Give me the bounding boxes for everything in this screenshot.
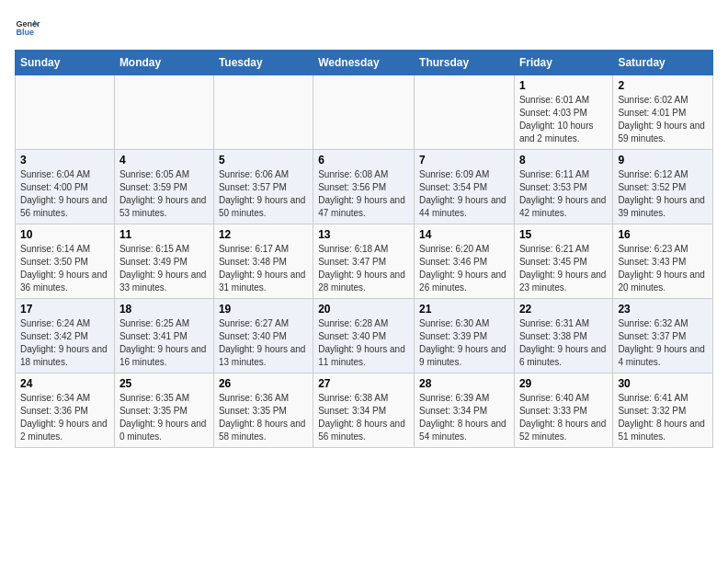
day-cell: 29Sunrise: 6:40 AM Sunset: 3:33 PM Dayli… [514, 373, 612, 448]
calendar-header: SundayMondayTuesdayWednesdayThursdayFrid… [16, 51, 713, 75]
day-info: Sunrise: 6:36 AM Sunset: 3:35 PM Dayligh… [219, 392, 308, 443]
day-number: 12 [219, 228, 308, 241]
day-cell: 13Sunrise: 6:18 AM Sunset: 3:47 PM Dayli… [313, 224, 415, 299]
day-cell: 30Sunrise: 6:41 AM Sunset: 3:32 PM Dayli… [613, 373, 713, 448]
calendar-body: 1Sunrise: 6:01 AM Sunset: 4:03 PM Daylig… [16, 75, 713, 448]
day-info: Sunrise: 6:15 AM Sunset: 3:49 PM Dayligh… [119, 243, 209, 294]
day-cell [114, 75, 213, 150]
day-info: Sunrise: 6:38 AM Sunset: 3:34 PM Dayligh… [318, 392, 409, 443]
day-number: 8 [519, 154, 608, 167]
day-cell: 18Sunrise: 6:25 AM Sunset: 3:41 PM Dayli… [114, 299, 213, 373]
day-info: Sunrise: 6:35 AM Sunset: 3:35 PM Dayligh… [119, 392, 209, 443]
day-info: Sunrise: 6:18 AM Sunset: 3:47 PM Dayligh… [318, 243, 409, 294]
day-number: 19 [219, 303, 308, 316]
day-info: Sunrise: 6:30 AM Sunset: 3:39 PM Dayligh… [419, 317, 509, 369]
day-number: 9 [618, 154, 708, 167]
day-number: 30 [618, 377, 708, 390]
day-number: 4 [119, 154, 209, 167]
day-cell: 28Sunrise: 6:39 AM Sunset: 3:34 PM Dayli… [415, 373, 515, 448]
day-cell: 1Sunrise: 6:01 AM Sunset: 4:03 PM Daylig… [514, 75, 612, 150]
week-row-2: 3Sunrise: 6:04 AM Sunset: 4:00 PM Daylig… [16, 150, 713, 224]
day-number: 16 [618, 228, 708, 241]
day-cell: 8Sunrise: 6:11 AM Sunset: 3:53 PM Daylig… [514, 150, 612, 224]
day-cell: 21Sunrise: 6:30 AM Sunset: 3:39 PM Dayli… [415, 299, 515, 373]
header-cell-saturday: Saturday [613, 51, 713, 75]
day-cell: 17Sunrise: 6:24 AM Sunset: 3:42 PM Dayli… [16, 299, 115, 373]
day-number: 25 [119, 377, 209, 390]
day-cell: 14Sunrise: 6:20 AM Sunset: 3:46 PM Dayli… [415, 224, 515, 299]
day-cell: 10Sunrise: 6:14 AM Sunset: 3:50 PM Dayli… [16, 224, 115, 299]
day-cell: 5Sunrise: 6:06 AM Sunset: 3:57 PM Daylig… [213, 150, 313, 224]
day-info: Sunrise: 6:34 AM Sunset: 3:36 PM Dayligh… [20, 392, 109, 443]
day-number: 10 [20, 228, 109, 241]
day-number: 24 [20, 377, 109, 390]
day-info: Sunrise: 6:27 AM Sunset: 3:40 PM Dayligh… [219, 317, 308, 369]
day-number: 17 [20, 303, 109, 316]
day-info: Sunrise: 6:11 AM Sunset: 3:53 PM Dayligh… [519, 168, 608, 220]
header: General Blue [15, 15, 713, 40]
day-number: 11 [119, 228, 209, 241]
day-info: Sunrise: 6:08 AM Sunset: 3:56 PM Dayligh… [318, 168, 409, 220]
day-number: 29 [519, 377, 608, 390]
svg-text:Blue: Blue [16, 28, 34, 37]
day-cell [213, 75, 313, 150]
day-cell: 6Sunrise: 6:08 AM Sunset: 3:56 PM Daylig… [313, 150, 415, 224]
day-info: Sunrise: 6:06 AM Sunset: 3:57 PM Dayligh… [219, 168, 308, 220]
day-number: 21 [419, 303, 509, 316]
day-info: Sunrise: 6:09 AM Sunset: 3:54 PM Dayligh… [419, 168, 509, 220]
day-cell: 9Sunrise: 6:12 AM Sunset: 3:52 PM Daylig… [613, 150, 713, 224]
day-number: 2 [618, 79, 708, 92]
logo: General Blue [15, 15, 40, 40]
day-number: 7 [419, 154, 509, 167]
day-info: Sunrise: 6:40 AM Sunset: 3:33 PM Dayligh… [519, 392, 608, 443]
header-cell-wednesday: Wednesday [313, 51, 415, 75]
day-cell [415, 75, 515, 150]
day-cell [16, 75, 115, 150]
day-number: 14 [419, 228, 509, 241]
day-cell: 25Sunrise: 6:35 AM Sunset: 3:35 PM Dayli… [114, 373, 213, 448]
day-cell: 2Sunrise: 6:02 AM Sunset: 4:01 PM Daylig… [613, 75, 713, 150]
day-number: 3 [20, 154, 109, 167]
day-number: 28 [419, 377, 509, 390]
day-info: Sunrise: 6:39 AM Sunset: 3:34 PM Dayligh… [419, 392, 509, 443]
day-info: Sunrise: 6:12 AM Sunset: 3:52 PM Dayligh… [618, 168, 708, 220]
day-cell: 23Sunrise: 6:32 AM Sunset: 3:37 PM Dayli… [613, 299, 713, 373]
day-number: 15 [519, 228, 608, 241]
day-number: 27 [318, 377, 409, 390]
day-number: 18 [119, 303, 209, 316]
day-info: Sunrise: 6:25 AM Sunset: 3:41 PM Dayligh… [119, 317, 209, 369]
day-cell: 16Sunrise: 6:23 AM Sunset: 3:43 PM Dayli… [613, 224, 713, 299]
day-info: Sunrise: 6:14 AM Sunset: 3:50 PM Dayligh… [20, 243, 109, 294]
calendar-table: SundayMondayTuesdayWednesdayThursdayFrid… [15, 50, 713, 448]
week-row-5: 24Sunrise: 6:34 AM Sunset: 3:36 PM Dayli… [16, 373, 713, 448]
week-row-3: 10Sunrise: 6:14 AM Sunset: 3:50 PM Dayli… [16, 224, 713, 299]
day-cell [313, 75, 415, 150]
day-cell: 15Sunrise: 6:21 AM Sunset: 3:45 PM Dayli… [514, 224, 612, 299]
day-info: Sunrise: 6:28 AM Sunset: 3:40 PM Dayligh… [318, 317, 409, 369]
day-cell: 3Sunrise: 6:04 AM Sunset: 4:00 PM Daylig… [16, 150, 115, 224]
day-cell: 11Sunrise: 6:15 AM Sunset: 3:49 PM Dayli… [114, 224, 213, 299]
day-number: 22 [519, 303, 608, 316]
day-cell: 22Sunrise: 6:31 AM Sunset: 3:38 PM Dayli… [514, 299, 612, 373]
day-info: Sunrise: 6:17 AM Sunset: 3:48 PM Dayligh… [219, 243, 308, 294]
day-info: Sunrise: 6:20 AM Sunset: 3:46 PM Dayligh… [419, 243, 509, 294]
day-number: 1 [519, 79, 608, 92]
day-info: Sunrise: 6:01 AM Sunset: 4:03 PM Dayligh… [519, 94, 608, 145]
week-row-4: 17Sunrise: 6:24 AM Sunset: 3:42 PM Dayli… [16, 299, 713, 373]
day-cell: 7Sunrise: 6:09 AM Sunset: 3:54 PM Daylig… [415, 150, 515, 224]
logo-icon: General Blue [15, 15, 40, 40]
day-cell: 19Sunrise: 6:27 AM Sunset: 3:40 PM Dayli… [213, 299, 313, 373]
day-info: Sunrise: 6:21 AM Sunset: 3:45 PM Dayligh… [519, 243, 608, 294]
day-number: 26 [219, 377, 308, 390]
header-cell-friday: Friday [514, 51, 612, 75]
day-info: Sunrise: 6:02 AM Sunset: 4:01 PM Dayligh… [618, 94, 708, 145]
day-number: 20 [318, 303, 409, 316]
day-cell: 12Sunrise: 6:17 AM Sunset: 3:48 PM Dayli… [213, 224, 313, 299]
day-cell: 4Sunrise: 6:05 AM Sunset: 3:59 PM Daylig… [114, 150, 213, 224]
header-row: SundayMondayTuesdayWednesdayThursdayFrid… [16, 51, 713, 75]
day-cell: 26Sunrise: 6:36 AM Sunset: 3:35 PM Dayli… [213, 373, 313, 448]
header-cell-sunday: Sunday [16, 51, 115, 75]
day-info: Sunrise: 6:24 AM Sunset: 3:42 PM Dayligh… [20, 317, 109, 369]
week-row-1: 1Sunrise: 6:01 AM Sunset: 4:03 PM Daylig… [16, 75, 713, 150]
header-cell-tuesday: Tuesday [213, 51, 313, 75]
